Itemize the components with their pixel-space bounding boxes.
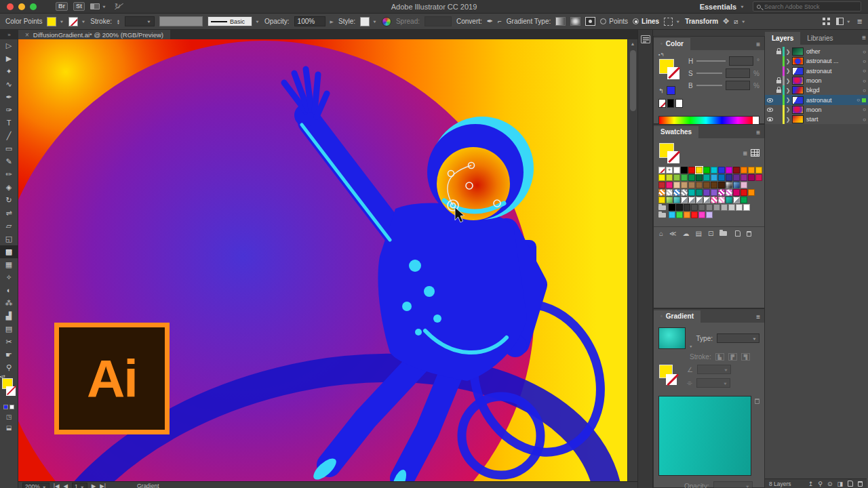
white-chip[interactable] (675, 99, 683, 108)
transform-link[interactable]: Transform (685, 18, 718, 25)
gradient-stroke-none-swatch[interactable] (666, 374, 677, 385)
swatch[interactable] (733, 167, 740, 174)
stroke-weight-stepper[interactable]: ▲▼ (117, 19, 120, 24)
lock-toggle[interactable] (774, 87, 783, 93)
radial-gradient-icon[interactable] (570, 17, 580, 26)
eraser-tool[interactable]: ◈ (0, 181, 18, 194)
gradient-panel-tab[interactable]: ◦Gradient (654, 310, 701, 323)
swap-fill-stroke-icon[interactable]: ▪↰ (658, 52, 664, 58)
layer-row[interactable]: ❯other○ (765, 47, 868, 56)
color-panel-tab[interactable]: ◦Color (654, 38, 690, 50)
symbol-sprayer-tool[interactable]: ⁂ (0, 297, 18, 310)
brush-definition-dropdown[interactable]: Basic▼ (208, 16, 260, 26)
swatch[interactable] (726, 189, 732, 196)
swatch[interactable] (681, 182, 688, 188)
first-artboard-button[interactable]: |◀ (54, 483, 60, 488)
layer-thumbnail[interactable] (792, 57, 804, 65)
swatch[interactable] (748, 189, 755, 196)
swatch[interactable] (711, 189, 717, 196)
recolor-artwork-icon[interactable] (382, 17, 391, 26)
swatch[interactable] (741, 174, 747, 181)
swatch[interactable] (711, 174, 717, 181)
target-circle-icon[interactable]: ○ (863, 87, 866, 94)
swatch[interactable] (741, 189, 747, 196)
visibility-toggle[interactable] (765, 98, 774, 102)
color-group-folder-icon[interactable] (658, 205, 666, 210)
direct-selection-tool[interactable]: ▶ (0, 52, 18, 65)
swatch-options-icon[interactable]: ⊡ (708, 230, 713, 237)
swatch[interactable] (696, 197, 703, 203)
search-adobe-stock-input[interactable] (753, 1, 861, 12)
points-radio[interactable]: Points (600, 18, 628, 25)
swatch[interactable] (698, 204, 705, 211)
fill-color-dropdown[interactable]: ▼ (47, 17, 64, 26)
minimize-window-button[interactable] (18, 3, 25, 10)
collect-for-export-icon[interactable]: ↥ (808, 481, 814, 487)
swatch[interactable] (703, 197, 710, 203)
swatch[interactable] (733, 197, 740, 203)
panel-menu-icon[interactable]: ≡ (862, 34, 866, 41)
rotate-tool[interactable]: ↻ (0, 194, 18, 207)
expand-layer-icon[interactable]: ❯ (785, 78, 791, 84)
stroke-weight-field[interactable]: ▼ (125, 16, 155, 26)
scrollbar-thumb[interactable] (630, 50, 636, 111)
target-circle-icon[interactable]: ○ (863, 58, 866, 64)
layer-row[interactable]: ❯astronaut○ (765, 95, 868, 104)
layer-name[interactable]: astronaut (806, 68, 863, 75)
eyedropper-tool[interactable]: ✧ (0, 271, 18, 284)
swatches-panel-tab[interactable]: Swatches (654, 126, 698, 138)
none-chip[interactable] (658, 99, 666, 108)
swatch[interactable] (718, 167, 725, 174)
layer-thumbnail[interactable] (792, 106, 804, 114)
libraries-sync-icon[interactable]: ☁ (683, 230, 690, 237)
swatch[interactable] (666, 174, 673, 181)
invert-icon[interactable]: ↰ (658, 87, 664, 94)
swatch[interactable] (741, 167, 747, 174)
mesh-tool[interactable]: ▦ (0, 258, 18, 271)
swatch[interactable] (698, 211, 705, 218)
last-artboard-button[interactable]: ▶| (100, 483, 106, 488)
new-swatch-icon[interactable] (735, 230, 741, 237)
swatch[interactable] (755, 167, 762, 174)
show-swatch-kinds-icon[interactable]: ▤ (696, 230, 702, 237)
magic-wand-tool[interactable]: ✦ (0, 65, 18, 78)
swatch[interactable] (681, 167, 688, 174)
swatch[interactable] (736, 204, 743, 211)
expand-layer-icon[interactable]: ❯ (785, 58, 791, 64)
swatch[interactable] (658, 189, 665, 196)
delete-swatch-icon[interactable] (747, 231, 751, 237)
layer-thumbnail[interactable] (792, 86, 804, 94)
style-swatch[interactable] (360, 17, 370, 26)
convert-to-smooth-icon[interactable]: ⌐ (498, 18, 502, 25)
menu-lines-icon[interactable]: ≣ (857, 18, 863, 25)
black-chip[interactable] (667, 99, 675, 108)
delete-layer-icon[interactable] (858, 481, 863, 487)
swatch[interactable] (688, 189, 695, 196)
swatch[interactable] (673, 174, 680, 181)
layer-name[interactable]: other (806, 48, 863, 55)
swatch[interactable] (733, 189, 740, 196)
last-color-swatch[interactable] (667, 86, 675, 95)
visibility-toggle[interactable] (765, 117, 774, 121)
layer-row[interactable]: ❯bkgd○ (765, 85, 868, 95)
expand-layer-icon[interactable]: ❯ (785, 117, 791, 123)
list-view-icon[interactable]: ≡ (743, 149, 747, 157)
swatch[interactable] (673, 167, 680, 174)
color-stroke-none-swatch[interactable] (667, 67, 679, 79)
swatch[interactable] (681, 189, 688, 196)
zoom-tool[interactable]: ⚲ (0, 361, 18, 374)
swatch[interactable] (741, 182, 747, 188)
document-tab[interactable]: × DiffusionGradient.ai* @ 200% (RGB/Prev… (18, 30, 170, 39)
prev-artboard-button[interactable]: ◀ (63, 483, 68, 488)
swatch[interactable] (684, 211, 690, 218)
stock-button[interactable]: St (73, 2, 85, 11)
visibility-toggle[interactable] (765, 108, 774, 112)
expand-layer-icon[interactable]: ❯ (785, 106, 791, 113)
swatch[interactable] (721, 204, 728, 211)
swatch[interactable] (684, 204, 690, 211)
target-circle-icon[interactable]: ○ (863, 78, 866, 84)
swatch[interactable] (706, 204, 713, 211)
target-circle-icon[interactable]: ○ (863, 68, 866, 74)
scroll-up-arrow[interactable]: ▲ (628, 39, 637, 49)
panel-menu-icon[interactable]: ≡ (756, 313, 760, 321)
